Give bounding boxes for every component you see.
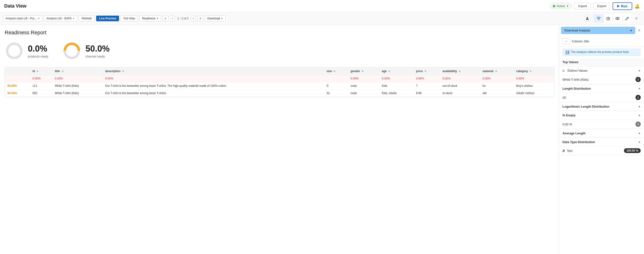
col-header-material[interactable]: material ⇅ [480, 68, 514, 75]
svg-point-7 [616, 17, 620, 20]
source-1-chevron-icon: ▼ [38, 17, 40, 20]
source-dropdown-1[interactable]: Amazon main US - Pro... ▼ [3, 15, 42, 22]
download-analysis-chevron-button[interactable]: ▼ [627, 27, 635, 34]
row1-category-cell: Boy's clothes [514, 82, 554, 90]
app-header: Data View Active ▼ Import Export Run 🔔 [0, 0, 644, 12]
sort-icon-material: ⇅ [495, 70, 497, 73]
header-actions: Active ▼ Import Export Run 🔔 [550, 2, 640, 10]
error-age-cell: 0.00% [380, 75, 414, 82]
donut-chart-channel-ready [62, 41, 81, 60]
sort-icon-price: ⇅ [424, 70, 426, 73]
row1-price-cell: 7 [414, 82, 440, 90]
error-readiness-cell [5, 75, 30, 82]
col-header-readiness[interactable] [5, 68, 30, 75]
pagination-first-button[interactable]: « [162, 16, 168, 21]
col-header-price[interactable]: price ⇅ [414, 68, 440, 75]
panel-close-button[interactable]: × [632, 14, 641, 23]
source-dropdown-2[interactable]: Amazon US - SOFA ▼ [44, 15, 78, 22]
panel-close-button[interactable]: × [636, 28, 642, 34]
data-type-header[interactable]: Data Type Distribution ▼ [559, 138, 644, 146]
col-header-id[interactable]: id ⇅ [30, 68, 52, 75]
row1-id-cell: 111 [30, 82, 52, 90]
full-view-button[interactable]: Full View [120, 15, 138, 22]
row2-title-cell: White T-shirt (Kids) [52, 90, 103, 97]
distinct-values-label: ⧉ Distinct Values [562, 69, 588, 72]
data-type-label-item: A Text [562, 149, 572, 153]
chart-icon [606, 17, 610, 20]
distinct-values-header[interactable]: ⧉ Distinct Values ▼ [559, 67, 644, 75]
sort-icon-description: ⇅ [122, 70, 124, 73]
filter-icon-button[interactable] [594, 14, 603, 23]
run-play-icon [617, 5, 620, 8]
metric-text-channel-ready: 50.0% channel ready [86, 44, 110, 58]
col-header-gender[interactable]: gender ⇅ [348, 68, 380, 75]
metric-text-products-ready: 0.0% products ready [28, 44, 48, 58]
error-category-cell: 0.00% [514, 75, 554, 82]
col-header-availability[interactable]: availability ⇅ [440, 68, 480, 75]
live-preview-button[interactable]: Live Preview [96, 16, 119, 21]
pagination-last-button[interactable]: » [198, 16, 204, 21]
edit-icon-button[interactable] [622, 14, 632, 23]
data-type-subsection: Data Type Distribution ▼ A Text 100.00 % [559, 138, 644, 155]
average-length-subsection: Average Length ▼ [559, 129, 644, 138]
col-header-age[interactable]: age ⇅ [380, 68, 414, 75]
donut-chart-products-ready [5, 41, 24, 60]
length-distribution-header[interactable]: Length Distribution ▼ [559, 84, 644, 93]
download-analysis-button[interactable]: Download Analysis [561, 27, 627, 34]
sort-icon-id: ⇅ [36, 70, 38, 73]
panel-toggle-icons: × [594, 14, 641, 23]
metric-products-ready: 0.0% products ready [5, 41, 48, 60]
col-header-category[interactable]: category ⇅ [514, 68, 554, 75]
pagination-prev-button[interactable]: ‹ [170, 16, 175, 21]
svg-point-0 [586, 17, 588, 19]
metrics-row: 0.0% products ready 50.0% channel ready [5, 41, 554, 60]
import-button[interactable]: Import [574, 3, 591, 10]
notification-bell-icon[interactable]: 🔔 [634, 4, 640, 9]
average-length-chevron-icon: ▼ [638, 132, 641, 135]
col-header-title[interactable]: title ⇅ [52, 68, 103, 75]
metric-percent-products-ready: 0.0% [28, 44, 48, 54]
run-button[interactable]: Run [612, 2, 632, 10]
row1-readiness-cell: 50.00% [5, 82, 30, 90]
table-row: 50.00% 555 White T-shirt (Kids) Our T-sh… [5, 90, 554, 97]
chart-icon-button[interactable] [603, 14, 613, 23]
readiness-dropdown[interactable]: Readiness ▼ [140, 15, 161, 22]
data-type-chevron-icon: ▼ [638, 141, 641, 144]
percent-empty-subsection: % Empty ▼ 0.00 % 0 [559, 111, 644, 129]
readiness-chevron-icon: ▼ [156, 17, 158, 20]
donut-channel-ready [62, 41, 81, 60]
export-button[interactable]: Export [593, 3, 610, 10]
source-2-chevron-icon: ▼ [72, 17, 75, 20]
column-nav: ← Column: title [559, 36, 644, 47]
donut-products-ready [5, 41, 24, 60]
refresh-button[interactable]: Refresh [79, 15, 95, 22]
length-distribution-subsection: Length Distribution ▼ 20 2 [559, 84, 644, 102]
error-gender-cell: 0.00% [348, 75, 380, 82]
col-header-description[interactable]: description ⇅ [103, 68, 324, 75]
top-values-header[interactable]: Top Values [559, 58, 644, 67]
pagination-next-button[interactable]: › [191, 16, 196, 21]
source-1-label: Amazon main US - Pro... [6, 17, 37, 20]
info-banner: ℹ️ The analysis reflects the preview pro… [562, 49, 641, 56]
row1-material-cell: fur [480, 82, 514, 90]
data-type-badge: 100.00 % [624, 148, 641, 153]
length-distribution-row: 20 2 [559, 93, 644, 102]
average-length-header[interactable]: Average Length ▼ [559, 129, 644, 138]
row2-size-cell: XL [324, 90, 348, 97]
row1-description-cell: Our T-shirt is the bestseller among basi… [103, 82, 324, 90]
eye-icon-button[interactable] [613, 14, 622, 23]
distinct-values-text: Distinct Values [568, 69, 588, 72]
percent-empty-value: 0.00 % [562, 123, 572, 126]
panel-top-bar: Download Analysis ▼ × [559, 25, 644, 36]
download-dropdown[interactable]: Download ▼ [205, 15, 226, 22]
user-avatar-button[interactable] [584, 15, 591, 22]
percent-empty-header[interactable]: % Empty ▼ [559, 111, 644, 120]
row1-age-cell: Kids [380, 82, 414, 90]
active-label: Active [556, 4, 565, 8]
active-status-badge[interactable]: Active ▼ [550, 3, 572, 9]
percent-empty-chevron-icon: ▼ [638, 114, 641, 117]
column-nav-back-button[interactable]: ← [562, 38, 570, 44]
log-length-header[interactable]: Logarithmic Length Distribution ▼ [559, 102, 644, 111]
col-header-size[interactable]: size ⇅ [324, 68, 348, 75]
row2-id-cell: 555 [30, 90, 52, 97]
